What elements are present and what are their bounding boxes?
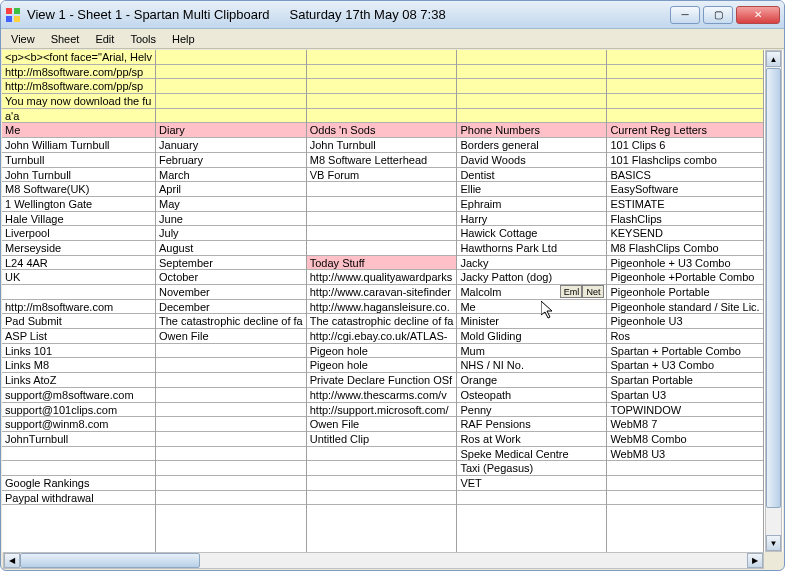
cell[interactable]: John Turnbull bbox=[2, 168, 155, 183]
cell[interactable]: The catastrophic decline of fa bbox=[307, 314, 457, 329]
cell[interactable]: Me bbox=[2, 123, 155, 138]
cell[interactable] bbox=[607, 94, 762, 109]
titlebar[interactable]: View 1 - Sheet 1 - Spartan Multi Clipboa… bbox=[1, 1, 784, 29]
cell[interactable]: support@m8software.com bbox=[2, 388, 155, 403]
cell[interactable]: Pigeonhole standard / Site Lic. bbox=[607, 300, 762, 315]
cell[interactable]: November bbox=[156, 285, 306, 300]
cell[interactable]: M8 Software(UK) bbox=[2, 182, 155, 197]
scroll-down-button[interactable]: ▼ bbox=[766, 535, 781, 551]
cell[interactable]: Borders general bbox=[457, 138, 606, 153]
cell[interactable] bbox=[457, 109, 606, 124]
vertical-scrollbar[interactable]: ▲ ▼ bbox=[765, 50, 782, 552]
cell[interactable]: Pigeon hole bbox=[307, 358, 457, 373]
menu-help[interactable]: Help bbox=[164, 31, 203, 47]
cell[interactable] bbox=[156, 109, 306, 124]
cell[interactable]: ASP List bbox=[2, 329, 155, 344]
cell[interactable] bbox=[307, 476, 457, 491]
cell[interactable] bbox=[156, 373, 306, 388]
cell[interactable] bbox=[307, 197, 457, 212]
cell[interactable] bbox=[156, 447, 306, 462]
cell[interactable] bbox=[156, 344, 306, 359]
cell[interactable]: <p><b><font face="Arial, Helv bbox=[2, 50, 155, 65]
minimize-button[interactable]: ─ bbox=[670, 6, 700, 24]
cell[interactable] bbox=[607, 491, 762, 506]
menu-sheet[interactable]: Sheet bbox=[43, 31, 88, 47]
cell[interactable]: April bbox=[156, 182, 306, 197]
cell[interactable]: M8 Software Letterhead bbox=[307, 153, 457, 168]
cell[interactable]: Ephraim bbox=[457, 197, 606, 212]
cell[interactable] bbox=[307, 182, 457, 197]
cell[interactable]: February bbox=[156, 153, 306, 168]
cell[interactable] bbox=[607, 79, 762, 94]
cell[interactable] bbox=[307, 447, 457, 462]
cell[interactable]: Pigeonhole + U3 Combo bbox=[607, 256, 762, 271]
cell[interactable] bbox=[457, 94, 606, 109]
cell[interactable]: Osteopath bbox=[457, 388, 606, 403]
cell[interactable] bbox=[607, 461, 762, 476]
cell[interactable] bbox=[457, 50, 606, 65]
cell[interactable]: MalcolmEmlNet bbox=[457, 285, 606, 300]
cell[interactable] bbox=[156, 491, 306, 506]
cell[interactable]: BASICS bbox=[607, 168, 762, 183]
close-button[interactable]: ✕ bbox=[736, 6, 780, 24]
cell[interactable]: M8 FlashClips Combo bbox=[607, 241, 762, 256]
cell[interactable]: Dentist bbox=[457, 168, 606, 183]
cell[interactable] bbox=[156, 388, 306, 403]
cell[interactable] bbox=[457, 79, 606, 94]
cell[interactable]: Hawthorns Park Ltd bbox=[457, 241, 606, 256]
cell[interactable]: ESTIMATE bbox=[607, 197, 762, 212]
cell[interactable] bbox=[307, 241, 457, 256]
cell[interactable]: Diary bbox=[156, 123, 306, 138]
cell[interactable] bbox=[156, 476, 306, 491]
cell[interactable]: Ellie bbox=[457, 182, 606, 197]
cell[interactable]: UK bbox=[2, 270, 155, 285]
cell[interactable] bbox=[307, 65, 457, 80]
cell[interactable] bbox=[307, 94, 457, 109]
cell[interactable]: Current Reg Letters bbox=[607, 123, 762, 138]
cell[interactable]: 101 Clips 6 bbox=[607, 138, 762, 153]
cell[interactable]: http://www.hagansleisure.co. bbox=[307, 300, 457, 315]
cell[interactable]: Paypal withdrawal bbox=[2, 491, 155, 506]
cell[interactable]: Taxi (Pegasus) bbox=[457, 461, 606, 476]
cell[interactable]: http://m8software.com bbox=[2, 300, 155, 315]
cell[interactable]: Pigeonhole Portable bbox=[607, 285, 762, 300]
cell[interactable] bbox=[2, 447, 155, 462]
cell[interactable]: JohnTurnbull bbox=[2, 432, 155, 447]
cell[interactable]: Phone Numbers bbox=[457, 123, 606, 138]
cell[interactable] bbox=[156, 461, 306, 476]
cell[interactable] bbox=[307, 226, 457, 241]
cell[interactable]: Penny bbox=[457, 403, 606, 418]
horizontal-scrollbar[interactable]: ◀ ▶ bbox=[3, 552, 764, 569]
cell[interactable]: a'a bbox=[2, 109, 155, 124]
cell[interactable]: 1 Wellington Gate bbox=[2, 197, 155, 212]
cell[interactable]: The catastrophic decline of fa bbox=[156, 314, 306, 329]
cell[interactable]: David Woods bbox=[457, 153, 606, 168]
cell[interactable] bbox=[307, 109, 457, 124]
cell[interactable] bbox=[156, 432, 306, 447]
cell[interactable]: TOPWINDOW bbox=[607, 403, 762, 418]
cell[interactable]: L24 4AR bbox=[2, 256, 155, 271]
horizontal-thumb[interactable] bbox=[20, 553, 200, 568]
cell[interactable]: March bbox=[156, 168, 306, 183]
cell[interactable] bbox=[156, 358, 306, 373]
cell[interactable] bbox=[607, 50, 762, 65]
cell[interactable]: Speke Medical Centre bbox=[457, 447, 606, 462]
cell[interactable]: http://m8software.com/pp/sp bbox=[2, 79, 155, 94]
cell[interactable]: Hale Village bbox=[2, 212, 155, 227]
cell[interactable]: Orange bbox=[457, 373, 606, 388]
cell[interactable] bbox=[307, 212, 457, 227]
cell[interactable] bbox=[307, 50, 457, 65]
cell[interactable] bbox=[156, 403, 306, 418]
cell[interactable]: Ros at Work bbox=[457, 432, 606, 447]
cell[interactable] bbox=[607, 65, 762, 80]
cell[interactable]: http://www.qualityawardparks bbox=[307, 270, 457, 285]
cell[interactable]: http://m8software.com/pp/sp bbox=[2, 65, 155, 80]
cell[interactable] bbox=[156, 65, 306, 80]
maximize-button[interactable]: ▢ bbox=[703, 6, 733, 24]
cell[interactable]: FlashClips bbox=[607, 212, 762, 227]
cell[interactable]: Spartan U3 bbox=[607, 388, 762, 403]
cell[interactable]: Links AtoZ bbox=[2, 373, 155, 388]
cell[interactable]: Pigeon hole bbox=[307, 344, 457, 359]
cell[interactable]: Hawick Cottage bbox=[457, 226, 606, 241]
cell[interactable]: support@101clips.com bbox=[2, 403, 155, 418]
